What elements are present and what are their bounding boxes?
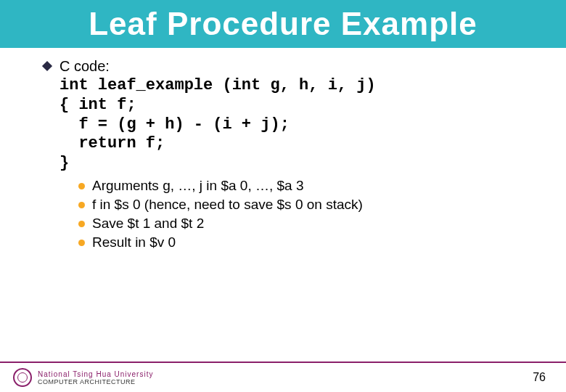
list-item-text: Save $t 1 and $t 2 <box>92 216 204 232</box>
list-item: Save $t 1 and $t 2 <box>78 216 537 232</box>
dot-bullet-icon <box>78 183 85 189</box>
dot-bullet-icon <box>78 202 85 208</box>
page-number: 76 <box>533 371 546 384</box>
dot-bullet-icon <box>78 240 85 246</box>
list-item: Result in $v 0 <box>78 234 537 250</box>
list-item: f in $s 0 (hence, need to save $s 0 on s… <box>78 197 537 213</box>
department-name: COMPUTER ARCHITECTURE <box>38 378 153 385</box>
list-item-text: Result in $v 0 <box>92 234 176 250</box>
slide-footer: National Tsing Hua University COMPUTER A… <box>0 362 566 392</box>
section-heading: C code: <box>60 58 110 75</box>
slide-content: C code: int leaf_example (int g, h, i, j… <box>0 48 566 250</box>
code-block: int leaf_example (int g, h, i, j) { int … <box>60 76 537 173</box>
sub-list: Arguments g, …, j in $a 0, …, $a 3 f in … <box>78 178 537 250</box>
title-bar: Leaf Procedure Example <box>0 0 566 48</box>
slide-title: Leaf Procedure Example <box>0 6 566 42</box>
footer-text-block: National Tsing Hua University COMPUTER A… <box>38 370 153 385</box>
footer-branding: National Tsing Hua University COMPUTER A… <box>13 368 153 387</box>
list-item: Arguments g, …, j in $a 0, …, $a 3 <box>78 178 537 194</box>
dot-bullet-icon <box>78 221 85 227</box>
university-logo-icon <box>13 368 32 387</box>
diamond-bullet-icon <box>42 61 52 71</box>
university-name: National Tsing Hua University <box>38 370 153 378</box>
list-item-text: f in $s 0 (hence, need to save $s 0 on s… <box>92 197 363 213</box>
section-heading-row: C code: <box>44 58 537 75</box>
list-item-text: Arguments g, …, j in $a 0, …, $a 3 <box>92 178 303 194</box>
